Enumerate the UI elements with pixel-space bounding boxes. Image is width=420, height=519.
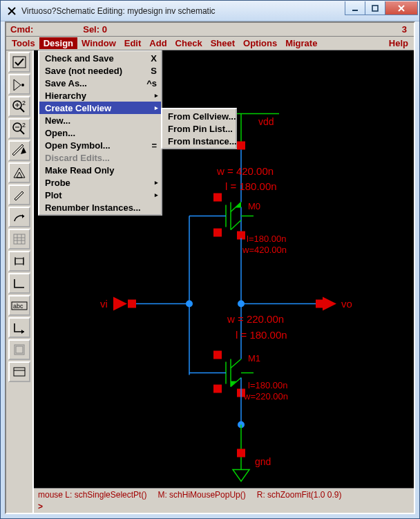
menu-save-as[interactable]: Save As...^s <box>39 77 161 89</box>
window-titlebar: Virtuoso?Schematic Editing: mydesign inv… <box>1 1 419 21</box>
window-title: Virtuoso?Schematic Editing: mydesign inv… <box>21 6 216 16</box>
svg-text:l = 180.00n: l = 180.00n <box>225 180 277 192</box>
design-dropdown[interactable]: Check and SaveX Save (not needed)S Save … <box>38 50 162 216</box>
svg-marker-7 <box>14 79 21 91</box>
menu-save[interactable]: Save (not needed)S <box>39 64 161 77</box>
pencil-icon[interactable] <box>8 185 30 205</box>
svg-marker-88 <box>233 470 249 482</box>
menu-bar: Tools Design Window Edit Add Check Sheet… <box>6 37 414 50</box>
svg-rect-87 <box>237 449 245 457</box>
menu-open[interactable]: Open... <box>39 126 161 139</box>
svg-text:l=180.00n: l=180.00n <box>247 234 286 244</box>
svg-marker-78 <box>231 381 236 387</box>
schematic-canvas[interactable]: vdd <box>34 50 414 488</box>
svg-rect-6 <box>13 57 26 68</box>
svg-text:w=420.00n: w=420.00n <box>242 245 287 255</box>
ruler-icon[interactable] <box>8 140 30 161</box>
mouse-mid-hint: M: schHiMousePopUp() <box>158 490 245 500</box>
menu-check[interactable]: Check <box>171 37 207 49</box>
left-toolbar: 2 2 abc <box>6 50 34 513</box>
menu-window[interactable]: Window <box>77 37 120 49</box>
submenu-from-pinlist[interactable]: From Pin List... <box>162 122 236 135</box>
menu-tools[interactable]: Tools <box>8 37 39 49</box>
svg-point-8 <box>21 84 24 86</box>
menu-hierarchy[interactable]: Hierarchy▸ <box>39 89 161 102</box>
command-prompt[interactable]: > <box>34 500 414 513</box>
menu-add[interactable]: Add <box>145 37 171 49</box>
svg-text:M1: M1 <box>248 353 260 364</box>
svg-rect-2 <box>352 10 358 11</box>
svg-rect-53 <box>213 194 222 202</box>
selection-count: Sel: 0 <box>83 24 107 35</box>
status-number: 3 <box>402 24 410 35</box>
window-maximize-button[interactable] <box>365 1 385 15</box>
create-cellview-submenu[interactable]: From Cellview... From Pin List... From I… <box>161 108 237 149</box>
submenu-from-cellview[interactable]: From Cellview... <box>162 110 236 122</box>
menu-check-and-save[interactable]: Check and SaveX <box>39 52 161 64</box>
menu-make-read-only[interactable]: Make Read Only <box>39 164 161 176</box>
window-close-button[interactable] <box>385 1 418 15</box>
menu-renumber[interactable]: Renumber Instances... <box>39 201 161 214</box>
menu-sheet[interactable]: Sheet <box>207 37 239 49</box>
vdd-label: vdd <box>258 116 274 127</box>
window-minimize-button[interactable] <box>345 1 365 15</box>
menu-help[interactable]: Help <box>385 37 412 49</box>
svg-rect-65 <box>128 300 136 308</box>
cmd-label: Cmd: <box>10 24 33 35</box>
svg-rect-73 <box>213 385 222 393</box>
menu-options[interactable]: Options <box>239 37 281 49</box>
wire-icon[interactable] <box>8 273 30 294</box>
svg-rect-71 <box>213 351 222 359</box>
submenu-from-instance[interactable]: From Instance... <box>162 135 236 147</box>
mouse-right-hint: R: schZoomFit(1.0 0.9) <box>257 490 342 500</box>
label-box-icon[interactable]: abc <box>8 295 30 316</box>
pin-marker <box>237 142 245 150</box>
svg-text:2: 2 <box>22 122 26 129</box>
svg-rect-29 <box>15 258 23 264</box>
menu-probe[interactable]: Probe▸ <box>39 176 161 189</box>
menu-discard-edits: Discard Edits... <box>39 151 161 164</box>
svg-line-15 <box>20 130 24 134</box>
check-icon[interactable] <box>8 52 30 73</box>
zoom-out-icon[interactable]: 2 <box>8 118 30 139</box>
menu-design[interactable]: Design <box>39 37 77 49</box>
menu-create-cellview[interactable]: Create Cellview▸ <box>39 102 161 114</box>
svg-rect-24 <box>14 234 25 244</box>
svg-marker-23 <box>22 214 24 218</box>
pin-icon[interactable] <box>8 317 30 338</box>
save-icon[interactable] <box>8 74 30 95</box>
menu-new[interactable]: New... <box>39 114 161 126</box>
svg-rect-63 <box>316 300 324 308</box>
component-icon[interactable] <box>8 251 30 272</box>
zoom-in-icon[interactable]: 2 <box>8 96 30 117</box>
cmd-icon[interactable] <box>8 361 30 382</box>
pmos-m0: M0 w = 420.00n l = 180.00n l=180.00n w=4… <box>189 150 287 255</box>
nmos-m1: w = 220.00n l = 180.00n <box>189 313 288 428</box>
svg-marker-18 <box>12 144 23 155</box>
svg-line-74 <box>231 359 241 368</box>
svg-rect-36 <box>16 346 23 353</box>
menu-plot[interactable]: Plot▸ <box>39 189 161 201</box>
gnd-label: gnd <box>255 456 271 467</box>
menu-edit[interactable]: Edit <box>120 37 146 49</box>
hierarchy-icon[interactable] <box>8 162 30 183</box>
svg-marker-34 <box>21 330 24 334</box>
menu-open-symbol[interactable]: Open Symbol...= <box>39 139 161 151</box>
mouse-left-hint: mouse L: schSingleSelectPt() <box>38 490 146 500</box>
svg-marker-62 <box>323 297 336 311</box>
mouse-hint-bar: mouse L: schSingleSelectPt() M: schHiMou… <box>34 488 414 500</box>
svg-marker-47 <box>236 202 241 208</box>
svg-text:M0: M0 <box>248 201 260 211</box>
menu-migrate[interactable]: Migrate <box>281 37 321 49</box>
svg-text:w = 420.00n: w = 420.00n <box>216 165 274 177</box>
svg-marker-64 <box>113 297 127 311</box>
vo-label: vo <box>341 298 352 310</box>
svg-text:w=220.00n: w=220.00n <box>243 391 288 402</box>
svg-line-46 <box>231 220 241 230</box>
svg-text:2: 2 <box>22 100 26 106</box>
command-bar: Cmd: Sel: 0 3 <box>6 23 414 37</box>
grid-icon[interactable] <box>8 229 30 249</box>
arc-icon[interactable] <box>8 207 30 227</box>
sheet-icon[interactable] <box>8 339 30 360</box>
svg-text:l = 180.00n: l = 180.00n <box>236 329 287 341</box>
